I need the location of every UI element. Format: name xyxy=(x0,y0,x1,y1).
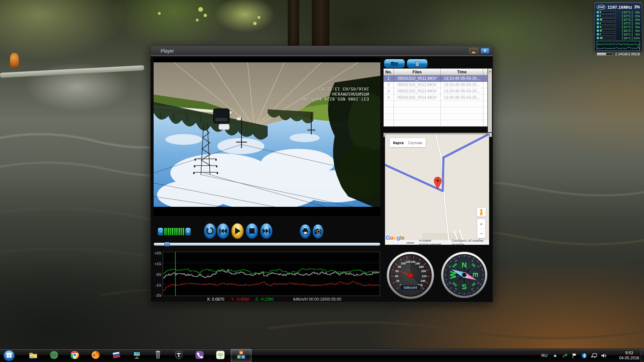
tray-volume-icon[interactable] xyxy=(600,352,607,359)
file-no: 2 xyxy=(384,82,394,88)
folder-icon xyxy=(390,61,398,66)
volume-down-button[interactable]: − xyxy=(158,228,163,236)
taskbar-clock[interactable]: 9:53 04.05.2016 xyxy=(619,349,639,362)
google-logo[interactable]: Google xyxy=(386,235,405,241)
snapshot-button[interactable] xyxy=(312,224,324,239)
next-icon xyxy=(262,228,270,234)
core-load: 0% xyxy=(633,10,640,14)
file-row[interactable]: 1 05031310_0011.MOV 13:10:45 05-03-20... xyxy=(384,75,487,82)
cpu-core-row: [ 57°C ] 0% xyxy=(597,14,640,17)
core-indicator-icon xyxy=(597,22,599,24)
speed-time-readout: 64Km/H 00:00:19/00:05:00 xyxy=(293,297,341,302)
core-load: 0% xyxy=(633,25,640,29)
file-row[interactable]: 3 05031320_0013.MOV 13:20:46 05-03-20... xyxy=(384,88,487,95)
delete-file-button[interactable] xyxy=(407,59,428,68)
file-table: No. Files Time 1 05031310_0011.MOV 13:10… xyxy=(383,68,488,127)
svg-text:N: N xyxy=(462,261,467,269)
volume-level-bars xyxy=(164,228,184,235)
display-icon xyxy=(132,350,142,361)
close-button[interactable]: ✕ xyxy=(481,48,489,54)
cpu-core-list: [ 57°C ] 0% [ 57°C ] 0% [ 57°C ] 6% [ 57… xyxy=(597,10,640,40)
taskbar-app-display[interactable] xyxy=(127,349,148,362)
zoom-out-button[interactable]: − xyxy=(477,229,485,238)
tray-bluetooth-icon[interactable] xyxy=(581,352,588,359)
print-button[interactable] xyxy=(300,224,311,239)
svg-text:160: 160 xyxy=(415,262,420,265)
taskbar-app-chrome[interactable] xyxy=(64,349,85,362)
svg-text:100: 100 xyxy=(401,262,406,265)
next-button[interactable] xyxy=(260,223,273,239)
seek-handle[interactable] xyxy=(164,242,170,246)
taskbar-app-firefox[interactable] xyxy=(85,349,106,362)
scroll-up-arrow[interactable]: ▲ xyxy=(488,69,492,73)
map-layer-map[interactable]: Карта xyxy=(393,141,404,145)
core-temp: [ 57°C ] xyxy=(616,18,633,21)
show-desktop-button[interactable] xyxy=(641,349,644,362)
svg-text:180: 180 xyxy=(419,265,424,268)
start-button[interactable] xyxy=(0,349,18,362)
taskbar-app-glass[interactable] xyxy=(148,349,168,362)
map-zoom-control: + − xyxy=(477,219,485,238)
clock-time: 9:53 xyxy=(625,351,633,356)
taskbar-app-fmc[interactable]: MFC xyxy=(231,349,252,362)
taskbar-app-explorer[interactable] xyxy=(23,349,44,362)
video-stamp-overlay: E37.1986 N55.8224 km/h 180 ИП5ИПЛ05ЛМУ83… xyxy=(281,86,369,102)
previous-icon xyxy=(219,228,227,234)
map-layer-satellite[interactable]: Спутник xyxy=(408,141,422,145)
cpu-load: 3% xyxy=(634,5,640,9)
zoom-in-button[interactable]: + xyxy=(477,219,485,229)
taskbar-app-wifi[interactable] xyxy=(210,349,231,362)
taskbar-app-globe[interactable] xyxy=(44,349,64,362)
taskbar-app-flag-ru[interactable] xyxy=(106,349,127,362)
tray-hidden-icons-icon[interactable] xyxy=(552,352,558,359)
svg-text:20: 20 xyxy=(396,279,399,283)
map-panel[interactable]: Карта Спутник + − Google нные Условия ис… xyxy=(385,134,489,245)
repeat-button[interactable] xyxy=(204,223,216,239)
svg-text:200: 200 xyxy=(421,269,426,273)
taskbar: MFC RU 9:53 04.05.2016 xyxy=(0,349,644,362)
intel-logo-icon: intel xyxy=(597,5,605,10)
previous-button[interactable] xyxy=(217,223,229,239)
clock-date: 04.05.2016 xyxy=(619,356,639,361)
file-name: 05031315_0012.MOV xyxy=(394,82,441,88)
tray-download-manager-icon[interactable] xyxy=(561,352,568,359)
core-temp: [ 57°C ] xyxy=(616,14,633,18)
pegman-control[interactable] xyxy=(477,208,486,217)
stop-button[interactable] xyxy=(246,223,258,239)
open-file-button[interactable] xyxy=(384,59,405,68)
g-axis-label: 0G xyxy=(153,273,161,277)
cpu-core-row: [ 58°C ] 0% xyxy=(597,33,640,36)
core-temp: [ 58°C ] xyxy=(616,29,633,33)
report-error-link[interactable]: Сообщить об ошибке на карте xyxy=(452,239,488,245)
volume-up-button[interactable]: + xyxy=(185,228,191,236)
windows-start-icon xyxy=(3,350,15,362)
flag-ru-icon xyxy=(111,350,121,361)
tray-network-icon[interactable] xyxy=(591,352,597,359)
play-button[interactable] xyxy=(231,223,244,239)
core-indicator-icon xyxy=(597,33,599,36)
cpu-core-row: [ 57°C ] 6% xyxy=(597,18,640,21)
seek-bar[interactable] xyxy=(154,243,380,246)
title-bar[interactable]: Player ▂ ✕ xyxy=(151,46,493,56)
minimize-button[interactable]: ▂ xyxy=(469,48,478,54)
file-row[interactable]: 4 05031325_0014.MOV 13:25:46 05-03-20... xyxy=(384,95,487,101)
g-axis-label: +2G xyxy=(153,251,161,255)
language-indicator[interactable]: RU xyxy=(540,353,549,359)
svg-text:140: 140 xyxy=(411,260,416,263)
cpu-core-row: [ 58°C ] 6% xyxy=(597,29,640,32)
file-name: 05031320_0013.MOV xyxy=(394,88,441,94)
file-row[interactable]: 2 05031315_0012.MOV 13:15:45 05-03-20... xyxy=(384,82,487,88)
cpu-monitor-gadget[interactable]: intel 1197.16Mhz 3% [ 57°C ] 0% [ 57°C ]… xyxy=(594,2,642,52)
svg-text:220: 220 xyxy=(422,275,427,278)
file-table-vertical-scrollbar[interactable]: ▲ xyxy=(488,68,492,132)
terms-link[interactable]: Условия использования xyxy=(419,239,447,245)
map-layer-switcher[interactable]: Карта Спутник xyxy=(390,138,426,147)
video-viewport[interactable]: E37.1986 N55.8224 km/h 180 ИП5ИПЛ05ЛМУ83… xyxy=(154,58,380,216)
file-time: 13:20:46 05-03-20... xyxy=(441,88,483,94)
taskbar-app-wot[interactable] xyxy=(168,349,189,362)
svg-text:240: 240 xyxy=(421,279,426,283)
core-indicator-icon xyxy=(597,29,599,32)
taskbar-app-viber[interactable] xyxy=(189,349,210,362)
file-time: 13:10:45 05-03-20... xyxy=(441,75,483,81)
tray-action-flag-icon[interactable] xyxy=(571,352,578,359)
